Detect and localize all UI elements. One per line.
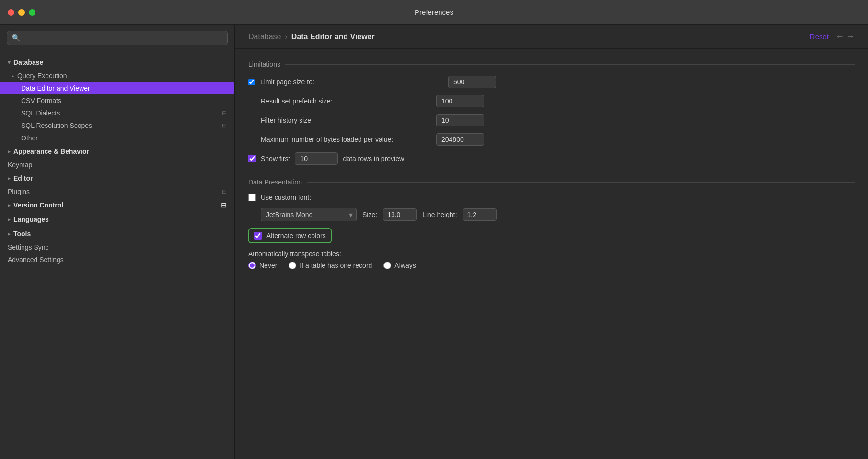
radio-one-record-label: If a table has one record (300, 262, 372, 269)
breadcrumb: Database › Data Editor and Viewer (248, 33, 375, 41)
limitations-section-title: Limitations (248, 60, 855, 68)
sidebar-item-keymap-label: Keymap (8, 161, 227, 169)
radio-never-input[interactable] (248, 262, 256, 269)
search-input[interactable] (7, 31, 228, 45)
nav-forward-button[interactable]: → (846, 32, 855, 42)
limitations-section: Limitations Limit page size to: Result s… (248, 60, 855, 165)
sidebar-item-plugins[interactable]: Plugins ⊟ (0, 185, 234, 198)
close-button[interactable] (8, 9, 14, 16)
chevron-right-icon-6: ▸ (8, 231, 11, 237)
sidebar-item-editor[interactable]: ▸ Editor (0, 171, 234, 185)
sidebar-item-editor-label: Editor (13, 174, 33, 182)
sidebar-item-database[interactable]: ▾ Database (0, 55, 234, 69)
sidebar-item-settings-sync[interactable]: Settings Sync (0, 241, 234, 253)
radio-always[interactable]: Always (383, 262, 416, 269)
breadcrumb-root[interactable]: Database (248, 33, 281, 41)
limit-page-size-checkbox[interactable] (248, 79, 255, 85)
chevron-right-icon-4: ▸ (8, 202, 11, 208)
filter-history-input[interactable] (436, 114, 484, 126)
radio-never[interactable]: Never (248, 262, 277, 269)
use-custom-font-label: Use custom font: (261, 194, 311, 201)
sidebar-item-plugins-label: Plugins (8, 188, 222, 195)
result-prefetch-input[interactable] (436, 95, 484, 107)
sidebar-item-other-label: Other (21, 134, 227, 142)
maximize-button[interactable] (29, 9, 35, 16)
breadcrumb-separator: › (285, 33, 288, 41)
max-bytes-row: Maximum number of bytes loaded per value… (248, 133, 855, 146)
max-bytes-label: Maximum number of bytes loaded per value… (248, 136, 430, 143)
sidebar-item-tools-label: Tools (13, 230, 31, 238)
chevron-right-icon-5: ▸ (8, 217, 11, 223)
auto-transpose-section: Automatically transpose tables: Never If… (248, 250, 855, 269)
show-first-input[interactable] (295, 152, 338, 165)
radio-never-label: Never (259, 262, 277, 269)
filter-history-label: Filter history size: (248, 116, 430, 124)
result-prefetch-row: Result set prefetch size: (248, 95, 855, 107)
settings-icon-3: ⊟ (222, 188, 227, 195)
sidebar-item-other[interactable]: Other (0, 132, 234, 144)
font-size-input[interactable] (383, 208, 417, 221)
settings-icon-4: ⊟ (221, 201, 227, 209)
line-height-input[interactable] (463, 208, 497, 221)
settings-icon-2: ⊟ (222, 122, 227, 129)
limit-page-size-input[interactable] (448, 76, 496, 88)
sidebar-item-sql-resolution[interactable]: SQL Resolution Scopes ⊟ (0, 119, 234, 132)
sidebar-item-appearance-label: Appearance & Behavior (13, 148, 89, 155)
sidebar-item-sql-dialects[interactable]: SQL Dialects ⊟ (0, 107, 234, 119)
sidebar-item-sql-dialects-label: SQL Dialects (21, 109, 222, 117)
sidebar-item-languages-label: Languages (13, 216, 49, 223)
limit-page-size-row: Limit page size to: (248, 76, 855, 88)
radio-always-input[interactable] (383, 262, 391, 269)
breadcrumb-current: Data Editor and Viewer (291, 33, 375, 41)
radio-one-record-input[interactable] (289, 262, 296, 269)
reset-button[interactable]: Reset (810, 33, 829, 41)
sidebar-item-data-editor[interactable]: Data Editor and Viewer (0, 82, 234, 94)
nav-arrows: ← → (835, 32, 855, 42)
result-prefetch-label: Result set prefetch size: (248, 97, 430, 105)
window-title: Preferences (415, 8, 453, 16)
alternate-row-colors-checkbox[interactable] (254, 232, 262, 240)
sidebar-item-languages[interactable]: ▸ Languages (0, 212, 234, 227)
font-selection-row: JetBrains Mono Size: Line height: (248, 208, 855, 221)
sidebar-item-csv-formats-label: CSV Formats (21, 97, 227, 104)
sidebar-item-advanced-settings[interactable]: Advanced Settings (0, 253, 234, 266)
filter-history-row: Filter history size: (248, 114, 855, 126)
show-first-label: Show first (261, 155, 290, 162)
header-actions: Reset ← → (810, 32, 855, 42)
sidebar-item-settings-sync-label: Settings Sync (8, 243, 227, 251)
nav-tree: ▾ Database ▸ Query Execution Data Editor… (0, 51, 234, 459)
auto-transpose-label: Automatically transpose tables: (248, 250, 855, 258)
sidebar-item-sql-resolution-label: SQL Resolution Scopes (21, 122, 222, 129)
sidebar-item-advanced-settings-label: Advanced Settings (8, 256, 227, 264)
content-area: Database › Data Editor and Viewer Reset … (235, 25, 868, 459)
alternate-row-colors-row: Alternate row colors (248, 228, 332, 243)
sidebar-item-query-execution-label: Query Execution (17, 72, 227, 80)
show-first-row: Show first data rows in preview (248, 152, 855, 165)
use-custom-font-row: Use custom font: (248, 194, 855, 201)
sidebar-item-keymap[interactable]: Keymap (0, 159, 234, 171)
sidebar-item-csv-formats[interactable]: CSV Formats (0, 94, 234, 107)
radio-one-record[interactable]: If a table has one record (289, 262, 372, 269)
limit-page-size-label: Limit page size to: (260, 78, 442, 86)
minimize-button[interactable] (18, 9, 25, 16)
show-first-suffix: data rows in preview (343, 155, 404, 162)
sidebar-item-appearance[interactable]: ▸ Appearance & Behavior (0, 144, 234, 159)
sidebar-item-version-control[interactable]: ▸ Version Control ⊟ (0, 198, 234, 212)
font-select[interactable]: JetBrains Mono (261, 208, 357, 221)
sidebar-item-tools[interactable]: ▸ Tools (0, 227, 234, 241)
content-header: Database › Data Editor and Viewer Reset … (235, 25, 868, 49)
data-presentation-title: Data Presentation (248, 178, 855, 186)
max-bytes-input[interactable] (436, 133, 484, 146)
sidebar-item-query-execution[interactable]: ▸ Query Execution (0, 69, 234, 82)
chevron-down-icon: ▾ (8, 59, 11, 66)
content-body: Limitations Limit page size to: Result s… (235, 49, 868, 294)
sidebar-item-version-control-label: Version Control (13, 201, 63, 209)
chevron-right-icon: ▸ (12, 73, 14, 79)
sidebar-item-data-editor-label: Data Editor and Viewer (21, 84, 227, 92)
main-layout: ▾ Database ▸ Query Execution Data Editor… (0, 25, 868, 459)
title-bar: Preferences (0, 0, 868, 25)
use-custom-font-checkbox[interactable] (248, 194, 256, 201)
nav-back-button[interactable]: ← (835, 32, 844, 42)
show-first-checkbox[interactable] (248, 155, 256, 162)
search-bar[interactable] (0, 25, 234, 51)
